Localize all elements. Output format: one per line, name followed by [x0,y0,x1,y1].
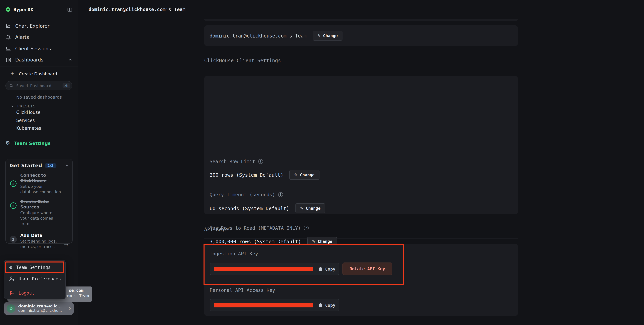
sidebar: HyperDX Chart Explorer Alerts [0,0,78,325]
sidebar-item-clickhouse-preset[interactable]: ClickHouse [0,108,78,116]
menu-item-logout[interactable]: Logout [4,288,65,299]
chevron-down-icon [10,104,14,108]
check-circle-icon [10,180,17,187]
check-circle-icon [10,202,17,209]
label-text: Query Timeout (seconds) [210,192,275,197]
preset-label: Services [16,118,35,123]
get-started-step-add-data[interactable]: 3 Add Data Start sending logs, metrics, … [10,233,69,249]
setting-label-query-timeout: Query Timeout (seconds) ? [210,192,283,197]
search-icon [9,83,14,88]
pencil-icon: ✎ [317,34,321,38]
menu-item-user-preferences[interactable]: User Preferences [4,273,65,285]
change-team-name-button[interactable]: ✎ Change [312,31,342,40]
change-search-row-limit-button[interactable]: ✎ Change [290,170,320,180]
menu-item-team-settings[interactable]: ⚙ Team Settings [4,262,65,273]
sidebar-item-kubernetes-preset[interactable]: Kubernetes [0,124,78,132]
scrolled-panel-edge [204,19,518,21]
label-text: Search Row Limit [210,159,255,164]
logo-row: HyperDX [0,0,78,12]
step-title: Add Data [20,233,62,238]
help-icon[interactable]: ? [278,192,283,197]
create-dashboard-label: Create Dashboard [19,71,57,76]
chart-icon [6,23,11,29]
rotate-api-key-button[interactable]: Rotate API Key [342,263,392,275]
setting-label-search-row-limit: Search Row Limit ? [210,159,263,164]
sidebar-item-chart-explorer[interactable]: Chart Explorer [0,20,78,31]
get-started-step-sources[interactable]: Create Data Sources Configure where your… [10,199,69,226]
get-started-title: Get Started [10,163,42,168]
main-area: dominic.tran@clickhouse.com's Team domin… [78,0,644,325]
step-desc: Configure where your data comes from [20,210,62,226]
search-input[interactable] [16,83,60,88]
page-title: dominic.tran@clickhouse.com's Team [88,6,186,12]
step-icon-wrap [10,173,17,195]
step-text: Add Data Start sending logs, metrics, or… [20,233,62,249]
step-title: Connect to ClickHouse [20,173,62,183]
chevron-up-icon[interactable] [64,163,69,168]
app-title: HyperDX [14,7,33,12]
user-account-chip[interactable]: D dominic.tran@clic... dominic.tran@clic… [4,302,74,315]
copy-ingestion-key-button[interactable]: Copy [325,266,335,272]
menu-item-label: Logout [18,291,34,296]
change-label: Change [318,239,332,244]
sidebar-nav: Chart Explorer Alerts Client Sessions [0,20,78,65]
no-saved-dashboards-text: No saved dashboards [0,95,78,100]
clipboard-icon [318,303,322,308]
change-query-timeout-button[interactable]: ✎ Change [295,203,325,213]
step-title: Create Data Sources [20,199,62,210]
step-icon-wrap: 3 [10,233,17,249]
get-started-header: Get Started 2/3 [10,163,69,168]
sidebar-item-services-preset[interactable]: Services [0,116,78,124]
dashboards-icon [6,57,11,63]
bell-icon [6,34,11,40]
personal-api-key-box: Copy [210,299,340,311]
setting-value: 200 rows (System Default) [210,172,284,178]
user-name: dominic.tran@clic... [18,304,62,308]
account-menu: ⚙ Team Settings User Preferences [4,260,66,299]
clipboard-icon [318,266,322,272]
section-title-api-keys: API Keys [204,227,228,232]
preset-label: Kubernetes [16,126,41,131]
section-title-client-settings: ClickHouse Client Settings [204,58,281,63]
change-label: Change [323,33,338,38]
step-text: Connect to ClickHouse Set up your databa… [20,173,62,195]
laptop-icon [6,46,11,51]
get-started-card: Get Started 2/3 Connect to ClickHouse Se… [6,159,73,244]
chevron-up-icon[interactable] [68,58,72,62]
team-name-value: dominic.tran@clickhouse.com's Team [210,33,306,38]
collapse-sidebar-icon[interactable] [67,7,72,12]
section-divider [204,239,518,239]
chevron-right-icon: › [69,305,71,312]
plus-icon: + [10,71,14,76]
redacted-api-key [214,303,313,307]
presets-label: PRESETS [17,104,36,108]
presets-header[interactable]: PRESETS [0,104,78,108]
sidebar-team-settings-link[interactable]: ⚙ Team Settings [0,140,78,146]
setting-row: 200 rows (System Default) ✎ Change [210,170,319,180]
copy-personal-key-button[interactable]: Copy [325,303,335,308]
menu-item-label: User Preferences [18,276,61,282]
logout-icon [9,291,14,296]
preset-label: ClickHouse [16,110,40,115]
gear-icon: ⚙ [9,265,12,270]
step-number-badge: 3 [10,236,17,243]
shortcut-badge: ⌘K [62,83,70,88]
step-desc: Set up your database connection [20,184,62,195]
get-started-step-connect[interactable]: Connect to ClickHouse Set up your databa… [10,173,69,195]
sidebar-item-label: Client Sessions [15,46,51,51]
hyperdx-app: HyperDX Chart Explorer Alerts [0,0,644,325]
create-dashboard-button[interactable]: + Create Dashboard [0,67,78,81]
help-icon[interactable]: ? [304,226,308,230]
menu-divider [4,286,65,286]
help-icon[interactable]: ? [258,159,263,164]
sidebar-item-client-sessions[interactable]: Client Sessions [0,43,78,54]
change-label: Change [306,206,321,211]
step-desc: Start sending logs, metrics, or traces [20,239,62,249]
sidebar-item-alerts[interactable]: Alerts [0,31,78,43]
sidebar-item-dashboards[interactable]: Dashboards [0,54,78,65]
change-label: Change [300,172,315,177]
setting-row: 60 seconds (System Default) ✎ Change [210,203,325,214]
progress-badge: 2/3 [44,163,56,168]
saved-dashboards-search[interactable]: ⌘K [6,81,72,90]
page-header: dominic.tran@clickhouse.com's Team [78,0,644,19]
